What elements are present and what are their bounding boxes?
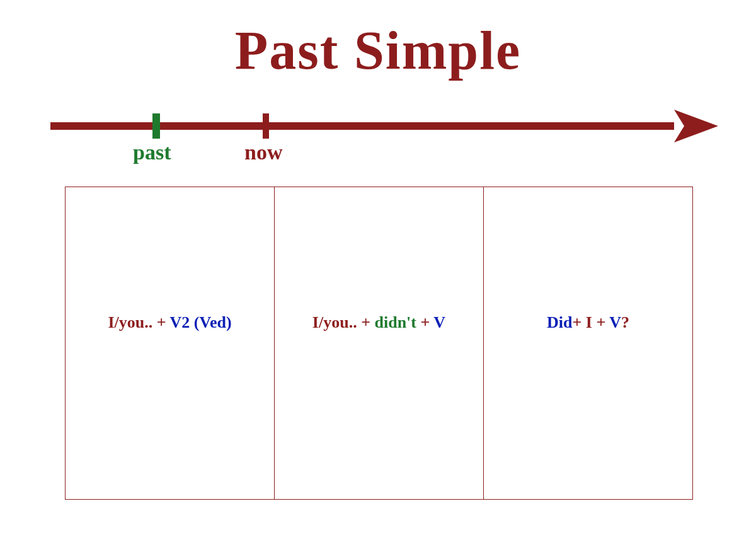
page-title: Past Simple [0, 19, 756, 82]
subject-text: I/you.. [312, 313, 361, 331]
plus-sign: + [572, 313, 585, 331]
auxiliary-text: Did [547, 313, 572, 331]
subject-text: I [586, 313, 597, 331]
subject-text: I/you.. [108, 313, 156, 331]
formula-question: Did+ I + V? [484, 313, 692, 332]
formula-affirmative: I/you.. + V2 (Ved) [66, 313, 274, 332]
verb-text: V [609, 313, 621, 331]
question-mark: ? [621, 313, 629, 331]
svg-marker-1 [674, 110, 718, 142]
cell-affirmative: I/you.. + V2 (Ved) [65, 187, 275, 500]
plus-sign: + [157, 313, 170, 331]
verb-text: V2 (Ved) [170, 313, 232, 331]
formula-negative: I/you.. + didn't + V [275, 313, 483, 332]
formula-grid: I/you.. + V2 (Ved) I/you.. + didn't + V … [65, 187, 693, 500]
timeline-arrow: past now [50, 106, 718, 169]
plus-sign: + [421, 313, 434, 331]
plus-sign: + [361, 313, 374, 331]
timeline-label-now: now [244, 141, 282, 164]
cell-question: Did+ I + V? [484, 187, 693, 500]
plus-sign: + [596, 313, 609, 331]
verb-text: V [433, 313, 445, 331]
auxiliary-text: didn't [375, 313, 421, 331]
timeline-label-past: past [133, 141, 171, 164]
cell-negative: I/you.. + didn't + V [275, 187, 484, 500]
